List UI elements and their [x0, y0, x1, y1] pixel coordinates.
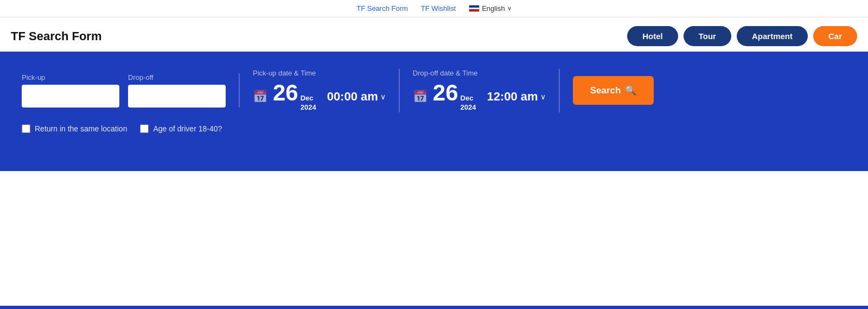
- nav-search-form-link[interactable]: TF Search Form: [356, 4, 408, 12]
- dropoff-datetime-label: Drop-off date & Time: [413, 69, 546, 77]
- checkboxes-row: Return in the same location Age of drive…: [22, 124, 846, 133]
- dropoff-month: Dec: [461, 94, 476, 103]
- pickup-calendar-icon[interactable]: 📅: [253, 90, 267, 104]
- pickup-month: Dec: [301, 94, 316, 103]
- pickup-year: 2024: [301, 103, 316, 112]
- language-label: English: [482, 4, 505, 12]
- tab-buttons: Hotel Tour Apartment Car: [627, 26, 857, 46]
- same-location-label: Return in the same location: [35, 124, 127, 133]
- pickup-label: Pick-up: [22, 73, 119, 81]
- search-button[interactable]: Search 🔍: [573, 76, 654, 105]
- search-panel-inner: Pick-up Drop-off Pick-up date & Time 📅 2…: [22, 69, 846, 112]
- tab-apartment[interactable]: Apartment: [737, 26, 808, 46]
- dropoff-label: Drop-off: [128, 73, 226, 81]
- pickup-time-chevron-icon: ∨: [380, 92, 386, 101]
- dropoff-year: 2024: [461, 103, 476, 112]
- dropoff-month-year: Dec 2024: [461, 94, 476, 112]
- pickup-month-year: Dec 2024: [301, 94, 316, 112]
- driver-age-checkbox-label[interactable]: Age of driver 18-40?: [140, 124, 222, 133]
- search-button-label: Search: [590, 85, 621, 96]
- lang-chevron-icon: ∨: [507, 5, 512, 12]
- dropoff-date-display: 26 Dec 2024: [433, 81, 476, 112]
- pickup-datetime-label: Pick-up date & Time: [253, 69, 386, 77]
- location-section: Pick-up Drop-off: [22, 73, 240, 108]
- pickup-date-display: 26 Dec 2024: [273, 81, 316, 112]
- dropoff-time-value: 12:00 am: [487, 90, 538, 104]
- language-selector[interactable]: English ∨: [469, 4, 512, 12]
- dropoff-input[interactable]: [128, 85, 226, 108]
- pickup-field: Pick-up: [22, 73, 119, 108]
- dropoff-time-chevron-icon: ∨: [540, 92, 546, 101]
- dropoff-datetime-row: 📅 26 Dec 2024 12:00 am ∨: [413, 81, 546, 112]
- search-panel: Pick-up Drop-off Pick-up date & Time 📅 2…: [0, 52, 868, 171]
- pickup-datetime-section: Pick-up date & Time 📅 26 Dec 2024 00:00 …: [253, 69, 400, 112]
- same-location-checkbox-label[interactable]: Return in the same location: [22, 124, 127, 133]
- driver-age-label: Age of driver 18-40?: [153, 124, 222, 133]
- dropoff-field: Drop-off: [128, 73, 226, 108]
- page-header: TF Search Form Hotel Tour Apartment Car: [0, 17, 868, 52]
- dropoff-day: 26: [433, 81, 458, 104]
- flag-icon: [469, 5, 480, 12]
- page-title: TF Search Form: [11, 29, 101, 43]
- dropoff-calendar-icon[interactable]: 📅: [413, 90, 427, 104]
- pickup-day: 26: [273, 81, 298, 104]
- tab-car[interactable]: Car: [813, 26, 857, 46]
- pickup-input[interactable]: [22, 85, 119, 108]
- dropoff-datetime-section: Drop-off date & Time 📅 26 Dec 2024 12:00…: [413, 69, 560, 112]
- pickup-datetime-row: 📅 26 Dec 2024 00:00 am ∨: [253, 81, 386, 112]
- tab-hotel[interactable]: Hotel: [627, 26, 678, 46]
- driver-age-checkbox[interactable]: [140, 124, 149, 133]
- pickup-time-value: 00:00 am: [327, 90, 378, 104]
- same-location-checkbox[interactable]: [22, 124, 30, 133]
- nav-wishlist-link[interactable]: TF Wishlist: [421, 4, 456, 12]
- top-nav: TF Search Form TF Wishlist English ∨: [0, 0, 868, 17]
- pickup-time-selector[interactable]: 00:00 am ∨: [327, 90, 386, 104]
- search-icon: 🔍: [625, 85, 636, 96]
- dropoff-time-selector[interactable]: 12:00 am ∨: [487, 90, 545, 104]
- bottom-bar: [0, 306, 868, 309]
- tab-tour[interactable]: Tour: [684, 26, 731, 46]
